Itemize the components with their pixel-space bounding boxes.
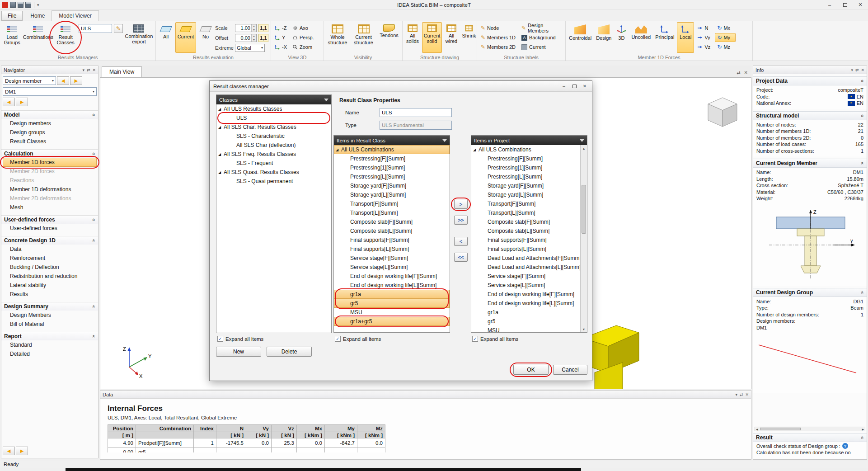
panel-pin-icon[interactable]: ⇄ <box>740 392 743 397</box>
label-design-members-toggle[interactable]: ✎Design Members <box>519 24 563 33</box>
tree-expander-icon[interactable]: ◢ <box>473 148 479 152</box>
panel-pin-icon[interactable]: ⇄ <box>87 68 90 72</box>
class-name-input[interactable] <box>380 108 452 117</box>
current-design-member-header[interactable]: Current Design Member « <box>753 159 867 168</box>
sidebar-item-reactions[interactable]: Reactions <box>3 176 97 185</box>
all-wired-button[interactable]: All wired <box>443 22 460 53</box>
force-vy-toggle[interactable]: Vy <box>695 33 714 42</box>
sidebar-item-member-2d-forces[interactable]: Member 2D forces <box>3 167 97 176</box>
tab-home[interactable]: Home <box>23 11 52 21</box>
nav-section-concrete-design-1d[interactable]: Concrete Design 1D« <box>1 236 98 245</box>
scroll-left-icon[interactable]: ◀ <box>755 428 759 431</box>
structural-model-header[interactable]: Structural model « <box>753 111 867 120</box>
force-vz-toggle[interactable]: Vz <box>695 42 714 52</box>
scroll-down-icon[interactable]: ▼ <box>582 326 586 332</box>
list-item-end-of-design-working-life-l-summ[interactable]: End of design working life[L][Summ] <box>471 299 580 308</box>
view-minus-x-button[interactable]: -X <box>272 42 289 52</box>
panel-close-icon[interactable]: ✕ <box>745 392 749 397</box>
list-item-sls-quasi-permanent[interactable]: SLS - Quasi permanent <box>216 177 331 186</box>
view-zoom-button[interactable]: Zoom <box>290 42 316 52</box>
sidebar-item-design-groups[interactable]: Design groups <box>3 128 97 137</box>
current-structure-button[interactable]: Current structure <box>351 22 376 53</box>
panel-close-icon[interactable]: ✕ <box>92 68 96 72</box>
combinations-button[interactable]: Combinations <box>23 22 52 53</box>
move-right-button[interactable]: > <box>454 200 468 209</box>
filter-icon[interactable] <box>442 139 447 142</box>
list-item-gr1a[interactable]: gr1a <box>334 290 450 299</box>
next-member-button[interactable]: ▶ <box>70 76 82 85</box>
list-item-prestressing-l-summ[interactable]: Prestressing[L][Summ] <box>334 172 450 181</box>
expand-all-project-items-checkbox[interactable]: ✓ Expand all items <box>472 336 518 342</box>
label-members-1d-toggle[interactable]: ✎Members 1D <box>479 33 518 42</box>
save-icon[interactable] <box>18 2 23 8</box>
panel-menu-icon[interactable]: ▾ <box>735 392 737 397</box>
list-item-prestressing-l-summ[interactable]: Prestressing[L][Summ] <box>471 172 580 181</box>
result-header[interactable]: Result « <box>753 433 867 442</box>
new-button[interactable]: New <box>216 347 261 357</box>
sidebar-item-bill-of-material[interactable]: Bill of Material <box>3 320 97 329</box>
filter-icon[interactable] <box>580 139 584 142</box>
next-page-button[interactable]: ▶ <box>16 447 28 455</box>
sidebar-item-member-1d-forces[interactable]: Member 1D forces <box>3 158 97 167</box>
list-item-all-uls-results-classes[interactable]: ◢All ULS Results Classes <box>216 104 331 113</box>
list-item-composite-slab-f-summ[interactable]: Composite slab[F][Summ] <box>471 217 580 226</box>
list-item-sls-characteristic[interactable]: SLS - Characteristic <box>216 132 331 141</box>
spinner-arrows-icon[interactable]: ▴▾ <box>251 34 256 42</box>
scrollbar-thumb[interactable] <box>582 185 586 234</box>
list-item-all-sls-char-results-classes[interactable]: ◢All SLS Char. Results Classes <box>216 122 331 132</box>
view-cube[interactable] <box>704 93 741 131</box>
scale-spinner[interactable]: 1.00 ▴▾ <box>235 24 257 32</box>
load-groups-button[interactable]: Load Groups <box>1 22 23 53</box>
combination-export-button[interactable]: Combination export <box>124 22 154 53</box>
view-close-icon[interactable]: ✕ <box>744 70 748 75</box>
moment-mz-toggle[interactable]: ↻Mz <box>715 42 736 52</box>
view-persp-button[interactable]: Persp. <box>290 33 316 42</box>
list-item-prestressing-f-summ[interactable]: Prestressing[F][Summ] <box>334 154 450 163</box>
sidebar-item-member-1d-deformations[interactable]: Member 1D deformations <box>3 185 97 194</box>
evaluate-current-button[interactable]: Current <box>175 22 196 53</box>
tree-expander-icon[interactable]: ◢ <box>218 170 224 174</box>
label-current-toggle[interactable]: Current <box>519 42 563 52</box>
list-item-end-of-design-working-life-l-summ[interactable]: End of design working life[L][Summ] <box>334 281 450 290</box>
delete-button[interactable]: Delete <box>267 347 312 357</box>
dialog-close-button[interactable]: ✕ <box>581 83 588 89</box>
dock-pin-icon[interactable]: ⇄ <box>737 70 740 75</box>
sidebar-item-results[interactable]: Results <box>3 290 97 299</box>
label-node-toggle[interactable]: ✎Node <box>479 24 518 33</box>
table-row[interactable]: 4.90Predpeti[F][Summ]1-1745.50.025.30.0-… <box>108 438 385 447</box>
principal-button[interactable]: Principal <box>653 22 676 53</box>
horizontal-scrollbar[interactable]: ◀ ▶ <box>755 427 865 431</box>
filter-icon[interactable] <box>324 99 328 101</box>
list-item-storage-yard-l-summ[interactable]: Storage yard[L][Summ] <box>471 190 580 199</box>
list-item-final-supports-f-summ[interactable]: Final supports[F][Summ] <box>334 236 450 245</box>
shrink-button[interactable]: Shrink <box>461 22 477 53</box>
moment-mx-toggle[interactable]: ↻Mx <box>715 24 736 33</box>
list-item-all-sls-char-deflection[interactable]: All SLS Char (deflection) <box>216 141 331 150</box>
list-item-storage-yard-f-summ[interactable]: Storage yard[F][Summ] <box>334 181 450 190</box>
sidebar-item-data[interactable]: Data <box>3 245 97 254</box>
cancel-button[interactable]: Cancel <box>553 365 587 375</box>
result-classes-button[interactable]: Result Classes <box>53 22 77 53</box>
label-members-2d-toggle[interactable]: ✎Members 2D <box>479 42 518 52</box>
evaluate-all-button[interactable]: All <box>157 22 174 53</box>
app-icon[interactable] <box>2 2 8 8</box>
move-left-button[interactable]: < <box>454 237 468 246</box>
current-solid-button[interactable]: Current solid <box>422 22 442 53</box>
tree-expander-icon[interactable]: ◢ <box>218 107 224 111</box>
design-button[interactable]: Design <box>594 22 613 53</box>
list-item-all-uls-combinations[interactable]: ◢All ULS Combinations <box>334 145 450 154</box>
spinner-arrows-icon[interactable]: ▴▾ <box>251 24 256 32</box>
moment-my-toggle[interactable]: ↻My <box>715 33 736 42</box>
sidebar-item-design-members[interactable]: Design members <box>3 119 97 128</box>
save-all-icon[interactable] <box>25 2 31 8</box>
previous-member-button[interactable]: ◀ <box>57 76 69 85</box>
offset-unit-button[interactable]: 1,1 <box>258 34 268 42</box>
view-axo-button[interactable]: Axo <box>290 24 316 33</box>
project-data-header[interactable]: Project Data « <box>753 76 867 85</box>
list-item-prestressing-f-summ[interactable]: Prestressing[F][Summ] <box>471 154 580 163</box>
list-item-service-stage-l-summ[interactable]: Service stage[L][Summ] <box>471 281 580 290</box>
new-file-icon[interactable] <box>10 2 16 8</box>
scrollbar-thumb[interactable] <box>760 428 801 430</box>
question-mark-icon[interactable]: ? <box>842 443 848 449</box>
nav-section-report[interactable]: Report« <box>1 332 98 340</box>
